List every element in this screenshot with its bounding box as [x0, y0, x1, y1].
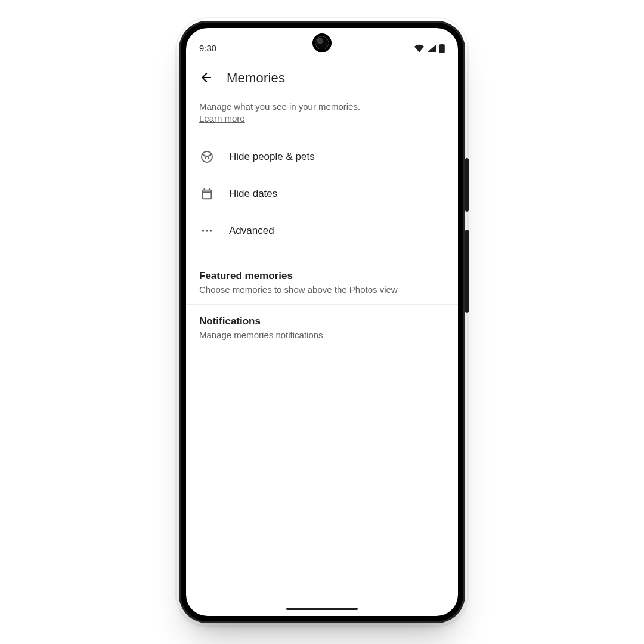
- calendar-icon: [199, 186, 215, 202]
- back-button[interactable]: [198, 70, 215, 86]
- intro-line: Manage what you see in your memories.: [199, 101, 360, 112]
- status-time: 9:30: [199, 43, 216, 53]
- svg-point-3: [206, 230, 208, 232]
- phone-side-button: [465, 158, 469, 212]
- battery-icon: [439, 44, 445, 53]
- intro-text: Manage what you see in your memories. Le…: [186, 97, 458, 136]
- face-icon: [199, 149, 215, 165]
- menu-item-hide-people[interactable]: Hide people & pets: [186, 138, 458, 175]
- menu-label: Hide people & pets: [229, 151, 315, 163]
- wifi-icon: [414, 44, 425, 52]
- section-title: Notifications: [199, 315, 445, 327]
- svg-point-1: [208, 157, 209, 158]
- menu-item-hide-dates[interactable]: Hide dates: [186, 175, 458, 212]
- section-notifications[interactable]: Notifications Manage memories notificati…: [186, 305, 458, 349]
- app-content: Memories Manage what you see in your mem…: [186, 54, 458, 349]
- section-featured-memories[interactable]: Featured memories Choose memories to sho…: [186, 259, 458, 305]
- more-horizontal-icon: [199, 223, 215, 239]
- page-title: Memories: [227, 70, 285, 86]
- section-subtitle: Choose memories to show above the Photos…: [199, 284, 445, 295]
- svg-point-4: [210, 230, 212, 232]
- phone-side-button: [465, 230, 469, 313]
- svg-point-0: [205, 157, 206, 158]
- arrow-left-icon: [199, 70, 213, 86]
- section-title: Featured memories: [199, 270, 445, 282]
- cellular-icon: [427, 44, 436, 52]
- phone-frame: 9:30 Memories: [179, 21, 465, 623]
- settings-menu: Hide people & pets Hide dates: [186, 136, 458, 255]
- learn-more-link[interactable]: Learn more: [199, 113, 245, 123]
- svg-point-2: [202, 230, 205, 232]
- gesture-nav-handle[interactable]: [286, 608, 358, 610]
- menu-label: Advanced: [229, 225, 274, 237]
- camera-punch-hole: [315, 36, 329, 49]
- phone-screen: 9:30 Memories: [186, 28, 458, 616]
- app-bar: Memories: [186, 57, 458, 97]
- menu-item-advanced[interactable]: Advanced: [186, 212, 458, 249]
- section-subtitle: Manage memories notifications: [199, 330, 445, 340]
- menu-label: Hide dates: [229, 188, 277, 200]
